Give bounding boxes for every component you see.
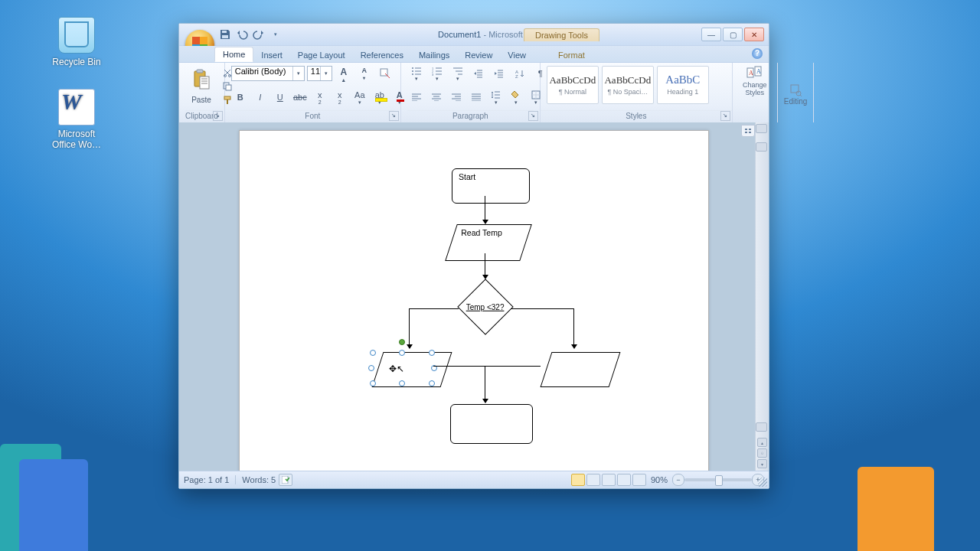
outline-view-button[interactable] xyxy=(617,474,631,486)
shrink-font-button[interactable]: A▾ xyxy=(355,66,374,81)
clipboard-launcher[interactable]: ↘ xyxy=(213,111,223,121)
styles-launcher[interactable]: ↘ xyxy=(720,111,730,121)
tab-references[interactable]: References xyxy=(353,48,411,62)
flowchart-decision-temp[interactable]: Temp <32? xyxy=(457,279,514,335)
maximize-button[interactable]: ▢ xyxy=(723,28,743,41)
bold-button[interactable]: B xyxy=(231,90,250,105)
tab-mailings[interactable]: Mailings xyxy=(411,48,457,62)
change-styles-button[interactable]: AA Change Styles xyxy=(733,63,778,122)
resize-handle[interactable] xyxy=(399,350,405,356)
redo-button[interactable] xyxy=(253,28,265,41)
resize-handle[interactable] xyxy=(399,380,405,386)
select-browse-object-button[interactable]: ○ xyxy=(757,448,767,458)
change-case-button[interactable]: Aa▾ xyxy=(351,90,369,105)
connector[interactable] xyxy=(485,366,541,367)
subscript-button[interactable]: x2 xyxy=(311,90,329,105)
previous-object-button[interactable]: ▴ xyxy=(757,438,767,447)
style-no-spacing[interactable]: AaBbCcDd ¶ No Spaci… xyxy=(602,66,654,104)
minimize-button[interactable]: — xyxy=(701,28,721,41)
print-layout-view-button[interactable] xyxy=(571,474,585,486)
flowchart-io-left[interactable] xyxy=(372,352,452,387)
font-size-combo[interactable]: 11 ▾ xyxy=(307,66,332,81)
scroll-up-button[interactable] xyxy=(756,124,767,133)
zoom-slider-thumb[interactable] xyxy=(715,475,723,486)
help-button[interactable]: ? xyxy=(752,48,763,59)
resize-handle[interactable] xyxy=(370,350,376,356)
increase-indent-button[interactable] xyxy=(490,66,508,81)
draft-view-button[interactable] xyxy=(632,474,646,486)
italic-button[interactable]: I xyxy=(251,90,270,105)
svg-point-13 xyxy=(412,70,413,72)
tab-page-layout[interactable]: Page Layout xyxy=(290,48,353,62)
flowchart-io-right[interactable] xyxy=(541,352,621,387)
connector[interactable] xyxy=(409,308,459,309)
flowchart-terminator-start[interactable]: Start xyxy=(452,168,530,204)
desktop-recycle-bin[interactable]: Recycle Bin xyxy=(46,17,107,67)
connector[interactable] xyxy=(511,308,574,309)
zoom-out-button[interactable]: − xyxy=(672,474,684,486)
proofing-status-button[interactable] xyxy=(279,474,292,486)
bullets-button[interactable]: ▾ xyxy=(407,66,426,81)
highlight-color-button[interactable]: ab▾ xyxy=(371,90,389,105)
full-screen-reading-view-button[interactable] xyxy=(586,474,600,486)
next-object-button[interactable]: ▾ xyxy=(757,459,767,468)
group-editing[interactable]: Editing xyxy=(778,63,815,122)
shading-button[interactable]: ▾ xyxy=(507,90,525,105)
resize-grip[interactable] xyxy=(758,478,767,487)
flowchart-io-read-temp[interactable]: Read Temp xyxy=(445,224,532,261)
resize-handle[interactable] xyxy=(429,350,435,356)
align-center-button[interactable] xyxy=(427,90,446,105)
connector[interactable] xyxy=(485,253,485,279)
sort-button[interactable]: AZ xyxy=(511,66,529,81)
tab-review[interactable]: Review xyxy=(457,48,500,62)
numbering-button[interactable]: 123▾ xyxy=(428,66,446,81)
zoom-level[interactable]: 90% xyxy=(651,475,668,484)
scroll-thumb[interactable] xyxy=(756,142,767,152)
align-right-button[interactable] xyxy=(447,90,466,105)
vertical-scrollbar[interactable]: ▴ ○ ▾ xyxy=(755,122,769,471)
anchor-options-button[interactable] xyxy=(741,125,755,137)
underline-button[interactable]: U xyxy=(271,90,289,105)
connector[interactable] xyxy=(485,366,485,403)
style-heading-1[interactable]: AaBbC Heading 1 xyxy=(657,66,709,104)
scroll-down-button[interactable] xyxy=(756,422,767,432)
paste-button[interactable]: Paste xyxy=(185,66,217,107)
tab-format[interactable]: Format xyxy=(550,48,593,62)
status-page[interactable]: Page: 1 of 1 xyxy=(184,475,229,484)
undo-button[interactable] xyxy=(236,28,248,41)
qat-customize-button[interactable]: ▾ xyxy=(270,28,282,41)
connector[interactable] xyxy=(409,308,410,348)
zoom-slider[interactable] xyxy=(684,478,752,481)
style-normal[interactable]: AaBbCcDd ¶ Normal xyxy=(547,66,599,104)
tab-view[interactable]: View xyxy=(500,48,534,62)
document-viewport[interactable]: Start Read Temp Temp <32? xyxy=(179,122,769,471)
superscript-button[interactable]: x2 xyxy=(331,90,349,105)
flowchart-terminator-end[interactable] xyxy=(450,404,533,444)
paragraph-launcher[interactable]: ↘ xyxy=(528,111,538,121)
justify-button[interactable] xyxy=(467,90,485,105)
strikethrough-button[interactable]: abc xyxy=(291,90,309,105)
resize-handle[interactable] xyxy=(429,380,435,386)
connector[interactable] xyxy=(433,366,485,367)
tab-insert[interactable]: Insert xyxy=(253,48,290,62)
web-layout-view-button[interactable] xyxy=(602,474,616,486)
desktop-word-shortcut[interactable]: Microsoft Office Wo… xyxy=(46,89,107,150)
rotate-handle[interactable] xyxy=(399,339,405,345)
resize-handle[interactable] xyxy=(368,365,374,371)
svg-text:A: A xyxy=(756,68,761,75)
close-button[interactable]: ✕ xyxy=(744,28,764,41)
font-name-combo[interactable]: Calibri (Body) ▾ xyxy=(231,66,305,81)
tab-home[interactable]: Home xyxy=(214,47,253,62)
resize-handle[interactable] xyxy=(370,380,376,386)
clear-formatting-button[interactable] xyxy=(376,66,394,81)
decrease-indent-button[interactable] xyxy=(469,66,488,81)
multilevel-list-button[interactable]: ▾ xyxy=(449,66,467,81)
grow-font-button[interactable]: A▴ xyxy=(335,66,353,81)
font-launcher[interactable]: ↘ xyxy=(389,111,399,121)
connector[interactable] xyxy=(573,308,574,348)
connector[interactable] xyxy=(485,196,485,223)
status-words[interactable]: Words: 5 xyxy=(242,475,276,484)
line-spacing-button[interactable]: ▾ xyxy=(487,90,505,105)
save-button[interactable] xyxy=(219,28,231,41)
align-left-button[interactable] xyxy=(407,90,426,105)
